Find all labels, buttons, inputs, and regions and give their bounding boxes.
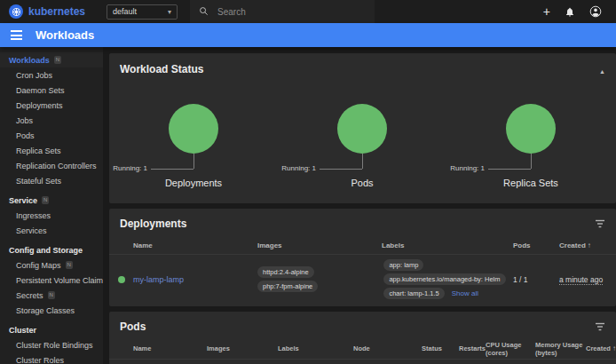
col-status[interactable]: Status xyxy=(422,345,459,353)
col-node[interactable]: Node xyxy=(353,345,422,353)
app-bar: Workloads xyxy=(0,23,616,47)
col-images[interactable]: Images xyxy=(257,241,382,249)
notifications-bell-icon[interactable] xyxy=(565,6,575,18)
col-restarts[interactable]: Restarts xyxy=(459,345,486,353)
pods-pie-chart: Running: 1 Pods xyxy=(278,104,446,188)
deployments-card-title: Deployments xyxy=(120,218,186,230)
pie-running-slice[interactable] xyxy=(506,104,556,154)
kubernetes-helm-icon xyxy=(9,4,23,19)
filter-icon[interactable] xyxy=(595,319,605,335)
sidebar-section-config-and-storage: Config and Storage xyxy=(0,242,103,257)
pods-card: Pods Name Images Labels Node Status Rest… xyxy=(109,312,616,364)
label-chip: app: lamp xyxy=(383,259,423,271)
chart-title: Replica Sets xyxy=(503,178,558,188)
search-input[interactable] xyxy=(217,7,359,17)
chevron-down-icon xyxy=(168,7,171,16)
col-cpu-usage[interactable]: CPU Usage (cores) xyxy=(486,342,535,357)
sidebar-item-jobs[interactable]: Jobs xyxy=(0,113,103,128)
pie-running-slice[interactable] xyxy=(169,104,218,154)
col-labels[interactable]: Labels xyxy=(382,241,513,249)
search-box[interactable] xyxy=(190,0,375,23)
workload-status-title: Workload Status xyxy=(120,63,203,75)
image-chip: php:7-fpm-alpine xyxy=(257,281,318,292)
sort-ascending-icon xyxy=(611,344,616,352)
sidebar-item-daemon-sets[interactable]: Daemon Sets xyxy=(0,83,103,98)
workload-status-card: Workload Status Running: 1 Deployments xyxy=(109,53,616,203)
sidebar-item-service[interactable]: Service N xyxy=(0,193,103,208)
pie-running-slice[interactable] xyxy=(337,104,387,154)
filter-icon[interactable] xyxy=(595,216,605,232)
menu-hamburger-icon[interactable] xyxy=(11,30,22,40)
user-account-icon[interactable] xyxy=(589,5,602,18)
col-labels[interactable]: Labels xyxy=(278,345,353,353)
sidebar-item-cluster-roles[interactable]: Cluster Roles xyxy=(0,352,103,364)
sidebar-item-pods[interactable]: Pods xyxy=(0,128,103,143)
col-memory-usage[interactable]: Memory Usage (bytes) xyxy=(535,342,586,357)
sidebar-item-stateful-sets[interactable]: Stateful Sets xyxy=(0,173,103,188)
namespaced-badge-icon: N xyxy=(42,196,49,204)
col-name[interactable]: Name xyxy=(133,345,207,353)
sidebar-item-secrets[interactable]: Secrets N xyxy=(0,288,103,303)
sidebar-item-cron-jobs[interactable]: Cron Jobs xyxy=(0,67,103,83)
namespaced-badge-icon: N xyxy=(66,261,73,269)
sidebar-item-ingresses[interactable]: Ingresses xyxy=(0,208,103,223)
sidebar-nav: Workloads N Cron Jobs Daemon Sets Deploy… xyxy=(0,47,103,364)
pie-callout-label: Running: 1 xyxy=(450,164,485,172)
sidebar-item-services[interactable]: Services xyxy=(0,223,103,238)
image-chip: httpd:2.4-alpine xyxy=(257,266,314,278)
chart-title: Deployments xyxy=(165,178,222,188)
col-created[interactable]: Created xyxy=(559,241,616,249)
search-icon xyxy=(199,4,209,20)
sidebar-section-cluster: Cluster xyxy=(0,322,103,337)
pods-count: 1 / 1 xyxy=(513,275,559,284)
namespace-selector[interactable]: default xyxy=(107,4,178,20)
label-chip: chart: lamp-1.1.5 xyxy=(383,288,444,299)
replica-sets-pie-chart: Running: 1 Replica Sets xyxy=(446,104,615,188)
pod-row[interactable]: my-lamp-lamp-5fd985cf68-jwvz4 httpd:2.4-… xyxy=(109,360,616,364)
pie-callout-label: Running: 1 xyxy=(113,164,147,172)
collapse-caret-icon[interactable] xyxy=(599,61,605,77)
sidebar-item-config-maps[interactable]: Config Maps N xyxy=(0,257,103,273)
sidebar-item-replication-controllers[interactable]: Replication Controllers xyxy=(0,158,103,173)
namespaced-badge-icon: N xyxy=(54,56,61,64)
sidebar-item-replica-sets[interactable]: Replica Sets xyxy=(0,143,103,158)
sidebar-item-workloads[interactable]: Workloads N xyxy=(0,52,103,67)
col-pods[interactable]: Pods xyxy=(513,241,559,249)
sidebar-item-deployments[interactable]: Deployments xyxy=(0,98,103,113)
deployments-pie-chart: Running: 1 Deployments xyxy=(109,104,278,188)
main-content: Workload Status Running: 1 Deployments xyxy=(103,47,616,364)
namespace-value: default xyxy=(113,7,137,16)
sort-ascending-icon xyxy=(586,241,591,249)
deployment-name-link[interactable]: my-lamp-lamp xyxy=(133,275,257,284)
create-resource-icon[interactable] xyxy=(543,5,550,18)
pods-card-title: Pods xyxy=(120,320,146,333)
sidebar-item-cluster-role-bindings[interactable]: Cluster Role Bindings xyxy=(0,337,103,352)
show-all-link[interactable]: Show all xyxy=(452,289,478,297)
status-ok-icon xyxy=(118,276,125,283)
created-timestamp: a minute ago xyxy=(559,275,616,284)
pods-table-header: Name Images Labels Node Status Restarts … xyxy=(109,340,616,360)
sidebar-item-storage-classes[interactable]: Storage Classes xyxy=(0,303,103,318)
deployment-row[interactable]: my-lamp-lamp httpd:2.4-alpine php:7-fpm-… xyxy=(109,255,616,304)
col-created[interactable]: Created xyxy=(586,345,616,353)
namespaced-badge-icon: N xyxy=(48,291,55,299)
label-chip: app.kubernetes.io/managed-by: Helm xyxy=(383,273,505,285)
top-bar: kubernetes default xyxy=(0,0,616,23)
deployments-card: Deployments Name Images Labels Pods Crea… xyxy=(109,209,616,306)
pie-callout-label: Running: 1 xyxy=(281,164,316,172)
col-images[interactable]: Images xyxy=(207,345,278,353)
deployments-table-header: Name Images Labels Pods Created xyxy=(109,237,616,255)
sidebar-item-persistent-volume-claims[interactable]: Persistent Volume Claims N xyxy=(0,273,103,288)
kubernetes-logo[interactable]: kubernetes xyxy=(9,4,85,19)
page-title: Workloads xyxy=(36,28,94,42)
brand-text: kubernetes xyxy=(28,5,85,18)
chart-title: Pods xyxy=(351,178,373,188)
col-name[interactable]: Name xyxy=(133,241,257,249)
